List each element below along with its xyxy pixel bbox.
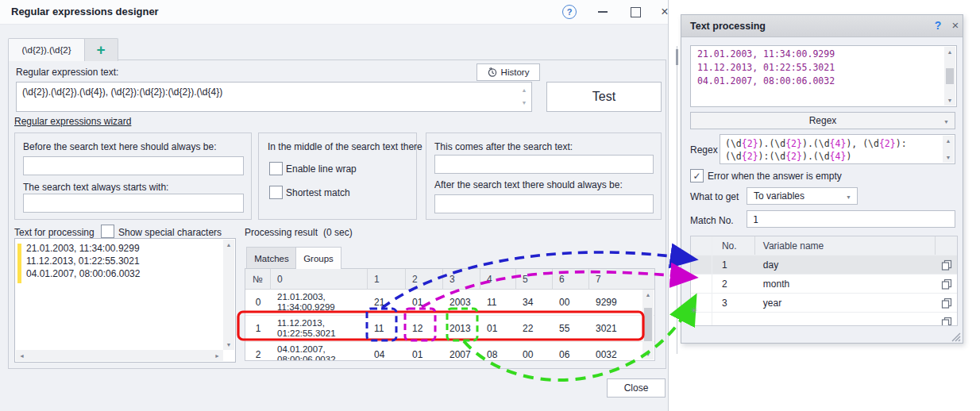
close-button[interactable]: Close: [607, 378, 666, 398]
divider-scroll-thumb[interactable]: [676, 49, 678, 65]
source-text-area[interactable]: 21.01.2003, 11:34:00.9299 11.12.2013, 01…: [14, 238, 236, 363]
test-button[interactable]: Test: [546, 82, 662, 112]
show-special-characters-checkbox[interactable]: [101, 225, 114, 238]
variables-table: No. Variable name 1 day 2 month: [690, 236, 958, 326]
scroll-up-icon[interactable]: ▲: [226, 242, 232, 248]
table-row[interactable]: 0 21.01.2003, 11:34:00.9299 21 01 2003 1…: [245, 290, 654, 316]
scroll-down-icon[interactable]: ▼: [646, 351, 651, 357]
before-input[interactable]: [23, 156, 244, 175]
panel-close-button[interactable]: ×: [948, 18, 963, 33]
variable-row[interactable]: 1 day: [691, 255, 957, 275]
close-icon: ×: [661, 5, 668, 19]
resize-grip[interactable]: [950, 331, 961, 342]
variable-row-empty[interactable]: [691, 313, 957, 326]
cell-group: 12: [406, 316, 443, 341]
regex-expression-input[interactable]: (\d{2}).(\d{2}).(\d{4}), (\d{2}):(\d{2})…: [16, 82, 532, 112]
scroll-left-icon[interactable]: ◄: [19, 353, 25, 359]
horizontal-scrollbar[interactable]: ◄ ►: [16, 350, 223, 361]
variable-name[interactable]: year: [755, 294, 936, 312]
col-header: 5: [516, 269, 553, 289]
regex-wizard-link[interactable]: Regular expressions wizard: [14, 116, 131, 127]
error-when-empty-checkbox[interactable]: ✓: [690, 169, 704, 182]
scroll-up-icon[interactable]: ▲: [646, 292, 651, 298]
variable-row[interactable]: 3 year: [691, 294, 957, 313]
variable-no: [712, 313, 755, 326]
scroll-down-icon[interactable]: ▼: [226, 342, 232, 348]
panel-text-area[interactable]: 21.01.2003, 11:34:00.9299 11.12.2013, 01…: [690, 45, 957, 107]
spinner-up-icon[interactable]: ▲: [519, 87, 529, 94]
shortest-match-label: Shortest match: [286, 187, 350, 198]
window-title: Regular expressions designer: [11, 6, 159, 17]
panel-help-button[interactable]: ?: [931, 19, 945, 33]
scroll-up-icon[interactable]: ▲: [946, 138, 951, 144]
match-no-label: Match No.: [690, 215, 734, 226]
cell-group: 11: [480, 290, 516, 315]
variable-name[interactable]: day: [755, 255, 936, 274]
what-to-get-value: To variables: [754, 190, 804, 202]
after-always-input[interactable]: [434, 194, 654, 213]
comes-after-label: This comes after the search text:: [434, 141, 573, 152]
text-for-processing-label: Text for processing: [14, 227, 95, 238]
tab-matches[interactable]: Matches: [246, 247, 297, 270]
cell-group: 21: [368, 290, 406, 315]
copy-icon[interactable]: [936, 294, 957, 312]
regex-designer-window: Regular expressions designer ? × (\d{2})…: [0, 0, 669, 411]
title-bar: Regular expressions designer ? ×: [0, 0, 668, 25]
source-line: 11.12.2013, 01:22:55.3021: [26, 255, 140, 267]
match-no-input[interactable]: 1: [747, 210, 955, 228]
copy-icon[interactable]: [936, 255, 957, 274]
mode-dropdown[interactable]: Regex ▼: [690, 112, 955, 129]
cell-group: 11: [368, 316, 406, 341]
vertical-scrollbar[interactable]: ▲ ▼: [223, 240, 234, 350]
history-button[interactable]: History: [476, 63, 540, 81]
shortest-match-checkbox[interactable]: [269, 186, 283, 199]
minimize-button[interactable]: [594, 3, 612, 21]
selector-cell: [691, 275, 712, 293]
what-to-get-dropdown[interactable]: To variables ▼: [747, 187, 858, 205]
comes-after-input[interactable]: [434, 155, 654, 174]
tab-groups[interactable]: Groups: [295, 247, 341, 269]
table-vertical-scrollbar[interactable]: ▲ ▼: [642, 290, 654, 359]
scroll-down-icon[interactable]: ▼: [946, 155, 951, 160]
table-row[interactable]: 2 04.01.2007, 08:00:06.0032 04 01 2007 0…: [245, 342, 654, 361]
groups-result-table: № 0 1 2 3 4 5 6 7 0 21.01.2003, 11:34:00…: [245, 268, 655, 361]
panel-text-scrollbar[interactable]: ▲ ▼: [944, 47, 955, 106]
variable-row[interactable]: 2 month: [691, 275, 957, 294]
close-window-button[interactable]: ×: [656, 3, 673, 21]
variable-name[interactable]: month: [755, 275, 936, 293]
cell-group: 2007: [443, 342, 480, 361]
panel-regex-input[interactable]: (\d{2}).(\d{2}).(\d{4}), (\d{2}):(\d{2})…: [720, 134, 955, 164]
variable-name[interactable]: [755, 313, 936, 326]
before-label: Before the search text here should alway…: [23, 141, 216, 152]
scroll-up-icon[interactable]: ▲: [947, 49, 953, 55]
maximize-button[interactable]: [627, 3, 644, 21]
cell-group: 01: [406, 342, 443, 361]
scroll-thumb[interactable]: [644, 308, 652, 341]
tab-regex-expression[interactable]: (\d{2}).(\d{2}: [8, 38, 85, 61]
wizard-group-before: Before the search text here should alway…: [14, 133, 252, 220]
starts-with-input[interactable]: [23, 194, 244, 213]
col-header: 3: [443, 269, 480, 289]
panel-title: Text processing: [690, 21, 766, 32]
enable-line-wrap-checkbox[interactable]: [269, 162, 283, 175]
panel-regex-scrollbar[interactable]: ▲ ▼: [943, 136, 954, 163]
scroll-down-icon[interactable]: ▼: [947, 98, 953, 103]
chevron-down-icon: ▼: [943, 119, 949, 125]
col-header: 7: [589, 269, 633, 289]
variable-no: 3: [712, 294, 755, 312]
cell-full-match: 04.01.2007, 08:00:06.0032: [271, 342, 368, 361]
cell-full-match: 11.12.2013, 01:22:55.3021: [271, 316, 368, 341]
variables-header-row: No. Variable name: [691, 236, 957, 255]
col-header-no: No.: [712, 236, 755, 255]
table-row[interactable]: 1 11.12.2013, 01:22:55.3021 11 12 2013 0…: [245, 316, 654, 342]
copy-icon[interactable]: [936, 313, 957, 326]
add-tab-button[interactable]: +: [83, 38, 118, 61]
scroll-right-icon[interactable]: ►: [214, 353, 220, 359]
cell-group: 01: [480, 316, 516, 341]
copy-icon[interactable]: [936, 275, 957, 293]
scroll-thumb[interactable]: [946, 68, 954, 84]
history-clock-icon: [488, 67, 497, 77]
col-header: №: [245, 269, 271, 289]
spinner-down-icon[interactable]: ▼: [519, 100, 529, 106]
help-button[interactable]: ?: [561, 3, 578, 21]
